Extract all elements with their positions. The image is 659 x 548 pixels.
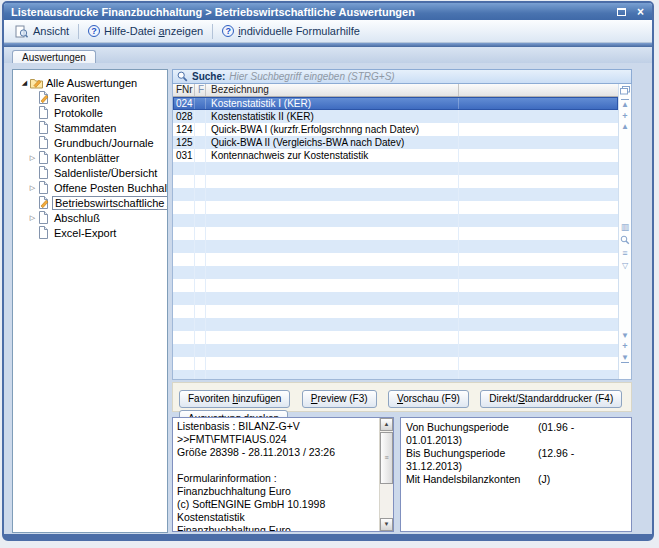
cell-f [195, 331, 206, 344]
ansicht-button[interactable]: Ansicht [8, 23, 76, 40]
table-row-empty[interactable] [173, 344, 618, 357]
table-row[interactable]: 125Quick-BWA II (Vergleichs-BWA nach Dat… [173, 136, 618, 149]
titlebar[interactable]: Listenausdrucke Finanzbuchhaltung > Betr… [4, 3, 652, 20]
cell-bezeichnung [206, 240, 459, 253]
table-row-empty[interactable] [173, 214, 618, 227]
tree-item-label: Abschluß [52, 212, 102, 224]
scrollbar-thumb[interactable] [380, 432, 393, 484]
fulltext-icon[interactable] [619, 248, 631, 259]
add-favorites-button[interactable]: Favoriten hinzufügen [179, 390, 290, 408]
cell-filler [459, 240, 618, 253]
table-row-empty[interactable] [173, 331, 618, 344]
folder-edit-icon [30, 77, 44, 89]
page-icon [38, 121, 52, 134]
search-bar[interactable]: Suche: Hier Suchbegriff eingeben (STRG+S… [172, 69, 632, 84]
table-row-empty[interactable] [173, 305, 618, 318]
cell-f [195, 240, 206, 253]
col-f[interactable]: F [195, 84, 206, 96]
cell-bezeichnung [206, 305, 459, 318]
vorschau-f9-button[interactable]: Vorschau (F9) [388, 390, 469, 408]
tree-item-label: Grundbuch/Journale [52, 137, 156, 149]
filter-icon[interactable] [619, 261, 631, 271]
form-help-button[interactable]: ? individuelle Formularhilfe [215, 23, 367, 39]
info-line: Größe 28398 - 28.11.2013 / 23:26 [177, 446, 375, 459]
help-icon: ? [88, 25, 100, 37]
table-row-empty[interactable] [173, 266, 618, 279]
info-scrollbar[interactable] [379, 418, 393, 531]
tree-item[interactable]: Stammdaten [13, 120, 167, 135]
line-down-icon[interactable] [619, 331, 631, 341]
tree-item[interactable]: Excel-Export [13, 225, 167, 240]
rail-search-icon[interactable] [619, 235, 631, 248]
cell-filler [459, 279, 618, 292]
table-row-empty[interactable] [173, 318, 618, 331]
tree-item-label: Excel-Export [52, 227, 118, 239]
cell-fnr [173, 344, 195, 357]
page-edit-icon [38, 196, 52, 209]
line-up-icon[interactable] [619, 122, 631, 132]
close-button[interactable] [634, 6, 647, 18]
scrollbar-up-icon[interactable] [380, 418, 393, 431]
collapse-icon[interactable]: ◢ [19, 79, 30, 87]
table-row-empty[interactable] [173, 292, 618, 305]
tree-item[interactable]: Favoriten [13, 90, 167, 105]
maximize-button[interactable] [615, 6, 628, 18]
cell-fnr [173, 370, 195, 380]
scroll-bottom-icon[interactable] [619, 353, 631, 363]
expand-icon[interactable]: ▷ [27, 184, 38, 192]
table-row-empty[interactable] [173, 188, 618, 201]
col-fnr[interactable]: FNr [173, 84, 195, 96]
columns-icon[interactable] [619, 222, 631, 233]
table-row-empty[interactable] [173, 357, 618, 370]
preview-f3-button[interactable]: Preview (F3) [302, 390, 377, 408]
table-row-empty[interactable] [173, 370, 618, 380]
table-row[interactable]: 124Quick-BWA I (kurzfr.Erfolgsrchnng nac… [173, 123, 618, 136]
table-row-empty[interactable] [173, 175, 618, 188]
cell-fnr [173, 201, 195, 214]
tree-item[interactable]: Protokolle [13, 105, 167, 120]
direct-printer-button[interactable]: Direkt/Standarddrucker (F4) [480, 390, 622, 408]
col-bezeichnung[interactable]: Bezeichnung [206, 84, 459, 96]
expand-icon[interactable]: ▷ [27, 214, 38, 222]
scrollbar-down-icon[interactable] [380, 518, 393, 531]
cell-fnr: 031 [173, 149, 195, 162]
column-chooser-icon[interactable] [619, 86, 631, 98]
table-row-empty[interactable] [173, 227, 618, 240]
tree-item-label: Protokolle [52, 107, 105, 119]
cell-f [195, 201, 206, 214]
page-down-icon[interactable] [619, 341, 631, 352]
cell-filler [459, 136, 618, 149]
tree-item[interactable]: ◢Alle Auswertungen [13, 75, 167, 90]
cell-bezeichnung [206, 318, 459, 331]
table-header[interactable]: FNr F Bezeichnung [173, 84, 618, 97]
tree-item[interactable]: ▷Kontenblätter [13, 150, 167, 165]
table-row[interactable]: 024Kostenstatistik I (KER) [173, 97, 618, 110]
form-help-label: individuelle Formularhilfe [238, 25, 360, 37]
scroll-top-icon[interactable] [619, 100, 631, 110]
tree-item[interactable]: ▷Abschluß [13, 210, 167, 225]
table-row-empty[interactable] [173, 279, 618, 292]
cell-filler [459, 201, 618, 214]
tree-item[interactable]: ▷Offene Posten Buchhaltung [13, 180, 167, 195]
cell-filler [459, 149, 618, 162]
tree-item[interactable]: Betriebswirtschaftliche Auswertungen [13, 195, 167, 210]
cell-f [195, 175, 206, 188]
table-row-empty[interactable] [173, 201, 618, 214]
table-row-empty[interactable] [173, 240, 618, 253]
page-up-icon[interactable] [619, 111, 631, 122]
expand-icon[interactable]: ▷ [27, 154, 38, 162]
table-row-empty[interactable] [173, 162, 618, 175]
page-icon [38, 151, 52, 164]
help-file-button[interactable]: ? Hilfe-Datei anzeigen [81, 23, 210, 39]
cell-bezeichnung: Quick-BWA I (kurzfr.Erfolgsrchnng nach D… [206, 123, 459, 136]
table-row-empty[interactable] [173, 253, 618, 266]
search-label: Suche: [192, 71, 225, 82]
info-line: Finanzbuchhaltung Euro [177, 485, 375, 498]
tree-item[interactable]: Grundbuch/Journale [13, 135, 167, 150]
tree-item[interactable]: Saldenliste/Übersicht [13, 165, 167, 180]
table-row[interactable]: 028Kostenstatistik II (KER) [173, 110, 618, 123]
cell-bezeichnung [206, 201, 459, 214]
param-entry: Mit Handelsbilanzkonten(J) [406, 473, 626, 486]
cell-fnr: 024 [173, 97, 195, 110]
table-row[interactable]: 031Kontennachweis zur Kostenstatistik [173, 149, 618, 162]
